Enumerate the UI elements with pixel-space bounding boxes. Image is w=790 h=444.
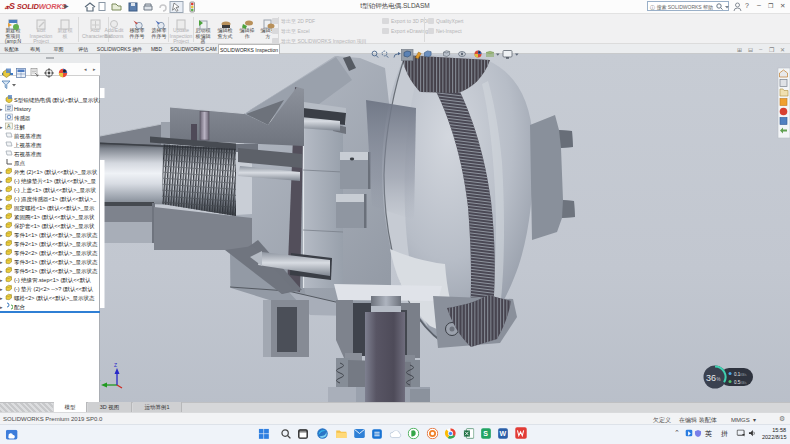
svg-text:S: S (483, 430, 488, 437)
svg-text:%: % (717, 377, 721, 382)
svg-text:Z: Z (114, 362, 117, 368)
svg-text:0.1KB/s: 0.1KB/s (734, 372, 747, 377)
svg-text:0.5KB/s: 0.5KB/s (734, 380, 747, 385)
svg-text:W: W (499, 430, 506, 437)
svg-text:36: 36 (706, 373, 716, 383)
